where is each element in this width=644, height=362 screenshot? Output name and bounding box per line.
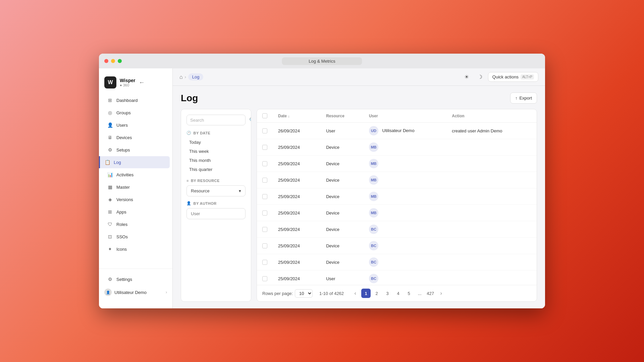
sidebar-label-users: Users bbox=[116, 123, 128, 128]
export-label: Export bbox=[519, 96, 532, 101]
user-badge-2: MB bbox=[369, 159, 378, 168]
chevron-down-icon: ▾ bbox=[239, 188, 241, 193]
row-checkbox-3[interactable] bbox=[262, 178, 267, 183]
th-date[interactable]: Date ↓ bbox=[273, 109, 321, 123]
row-date-3: 25/09/2024 bbox=[273, 172, 321, 188]
page-content: Log ↑ Export 🔍 bbox=[173, 86, 545, 308]
row-user-4: MB bbox=[364, 188, 446, 205]
sidebar-label-setups: Setups bbox=[116, 147, 130, 153]
user-profile[interactable]: 👤 Utilisateur Demo › bbox=[99, 286, 172, 299]
row-checkbox-cell bbox=[257, 254, 273, 270]
user-badge-5: MB bbox=[369, 208, 378, 218]
sidebar-item-icons[interactable]: ✦ Icons bbox=[102, 243, 170, 255]
sidebar-item-master[interactable]: ▦ Master bbox=[102, 181, 170, 193]
sidebar-label-log: Log bbox=[114, 160, 121, 165]
row-action-0: created user Admin Demo bbox=[446, 123, 537, 139]
search-input[interactable] bbox=[190, 118, 247, 123]
select-all-checkbox[interactable] bbox=[262, 113, 267, 118]
prev-page-button[interactable]: ‹ bbox=[351, 289, 360, 298]
next-page-button[interactable]: › bbox=[436, 289, 446, 298]
brand-info: Wisper ● 360 bbox=[120, 78, 136, 87]
page-button-1[interactable]: 1 bbox=[361, 289, 371, 298]
th-user: User bbox=[364, 109, 446, 123]
row-checkbox-9[interactable] bbox=[262, 276, 267, 281]
user-badge-8: BC bbox=[369, 257, 378, 267]
filter-today[interactable]: Today bbox=[186, 138, 246, 147]
brand-name: Wisper bbox=[120, 78, 136, 83]
row-checkbox-2[interactable] bbox=[262, 161, 267, 166]
groups-icon: ◎ bbox=[107, 110, 113, 116]
user-name-0: Utilisateur Demo bbox=[382, 128, 415, 133]
filter-this-month[interactable]: This month bbox=[186, 156, 246, 165]
home-icon[interactable]: ⌂ bbox=[179, 74, 183, 80]
page-button-3[interactable]: 3 bbox=[383, 289, 392, 298]
row-checkbox-6[interactable] bbox=[262, 227, 267, 232]
sidebar-label-master: Master bbox=[116, 185, 130, 190]
quick-actions-button[interactable]: Quick actions ALT+P bbox=[488, 72, 538, 82]
sidebar-item-activities[interactable]: 📊 Activities bbox=[102, 169, 170, 181]
filter-this-quarter[interactable]: This quarter bbox=[186, 165, 246, 174]
row-checkbox-8[interactable] bbox=[262, 260, 267, 265]
maximize-button[interactable] bbox=[118, 59, 122, 63]
page-button-4[interactable]: 4 bbox=[393, 289, 403, 298]
sidebar-item-devices[interactable]: 🖥 Devices bbox=[102, 131, 170, 143]
row-checkbox-1[interactable] bbox=[262, 145, 267, 150]
user-badge-6: BC bbox=[369, 225, 378, 234]
log-table-container: Date ↓ Resource User Action bbox=[257, 109, 537, 302]
page-button-2[interactable]: 2 bbox=[372, 289, 381, 298]
row-action-8 bbox=[446, 254, 537, 270]
dark-mode-button[interactable]: ☽ bbox=[475, 72, 485, 82]
page-button-5[interactable]: 5 bbox=[404, 289, 414, 298]
sort-icon: ↓ bbox=[288, 114, 290, 118]
sidebar: W Wisper ● 360 ← ⊞ Dashboard ◎ Groups 👤 … bbox=[99, 68, 173, 308]
main-layout: W Wisper ● 360 ← ⊞ Dashboard ◎ Groups 👤 … bbox=[99, 68, 545, 308]
row-user-5: MB bbox=[364, 205, 446, 221]
row-action-2 bbox=[446, 156, 537, 172]
setups-icon: ⚙ bbox=[107, 147, 113, 153]
search-box[interactable]: 🔍 bbox=[186, 115, 246, 125]
sidebar-item-apps[interactable]: ⊞ Apps bbox=[102, 206, 170, 218]
row-user-1: MB bbox=[364, 139, 446, 156]
light-mode-button[interactable]: ☀ bbox=[461, 72, 472, 82]
rows-per-page-select[interactable]: 10 25 50 bbox=[295, 289, 313, 298]
sidebar-item-setups[interactable]: ⚙ Setups bbox=[102, 144, 170, 156]
row-date-5: 25/09/2024 bbox=[273, 205, 321, 221]
quick-actions-label: Quick actions bbox=[492, 74, 519, 79]
row-checkbox-7[interactable] bbox=[262, 243, 267, 248]
export-button[interactable]: ↑ Export bbox=[510, 93, 537, 104]
page-button-427[interactable]: 427 bbox=[426, 289, 435, 298]
table-scroll[interactable]: Date ↓ Resource User Action bbox=[257, 109, 537, 285]
devices-icon: 🖥 bbox=[107, 134, 113, 140]
versions-icon: ◈ bbox=[107, 196, 113, 202]
sidebar-bottom: ⚙ Settings 👤 Utilisateur Demo › bbox=[99, 268, 172, 303]
sidebar-item-roles[interactable]: 🛡 Roles bbox=[102, 218, 170, 230]
apps-icon: ⊞ bbox=[107, 209, 113, 215]
row-date-6: 25/09/2024 bbox=[273, 221, 321, 238]
sidebar-item-log[interactable]: 📋 Log bbox=[99, 156, 170, 168]
sidebar-item-settings[interactable]: ⚙ Settings bbox=[102, 273, 170, 285]
author-input[interactable] bbox=[186, 208, 246, 219]
row-checkbox-0[interactable] bbox=[262, 128, 267, 133]
resource-dropdown[interactable]: Resource ▾ bbox=[186, 185, 246, 196]
sidebar-item-groups[interactable]: ◎ Groups bbox=[102, 107, 170, 119]
sidebar-item-dashboard[interactable]: ⊞ Dashboard bbox=[102, 94, 170, 106]
row-user-9: BC bbox=[364, 270, 446, 285]
sidebar-item-users[interactable]: 👤 Users bbox=[102, 119, 170, 131]
row-action-1 bbox=[446, 139, 537, 156]
row-user-0: UD Utilisateur Demo bbox=[364, 123, 446, 139]
rows-per-page-label: Rows per page: bbox=[262, 291, 293, 296]
user-name: Utilisateur Demo bbox=[114, 290, 163, 295]
ssos-icon: ⊡ bbox=[107, 234, 113, 240]
minimize-button[interactable] bbox=[111, 59, 115, 63]
sidebar-item-versions[interactable]: ◈ Versions bbox=[102, 193, 170, 205]
row-checkbox-5[interactable] bbox=[262, 210, 267, 216]
back-icon[interactable]: ← bbox=[139, 79, 145, 86]
sidebar-item-ssos[interactable]: ⊡ SSOs bbox=[102, 231, 170, 243]
row-checkbox-4[interactable] bbox=[262, 194, 267, 199]
close-button[interactable] bbox=[104, 59, 108, 63]
sidebar-label-versions: Versions bbox=[116, 197, 133, 202]
by-date-title: 🕐 BY DATE bbox=[186, 131, 246, 135]
page-title: Log bbox=[181, 93, 198, 104]
icons-icon: ✦ bbox=[107, 246, 113, 252]
filter-this-week[interactable]: This week bbox=[186, 147, 246, 156]
